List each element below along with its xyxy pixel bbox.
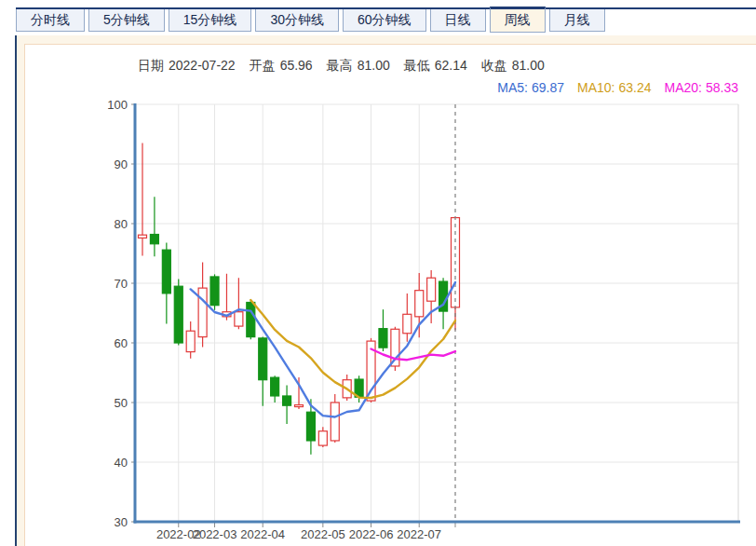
candle[interactable] — [294, 405, 303, 407]
candle[interactable] — [271, 377, 279, 396]
ma20-line — [371, 349, 456, 361]
candle[interactable] — [318, 431, 327, 445]
candle[interactable] — [150, 235, 158, 244]
candle[interactable] — [198, 288, 207, 336]
x-axis-label: 2022-03 — [193, 527, 237, 541]
candle[interactable] — [306, 412, 315, 441]
stock-chart-window: 分时线 5分钟线 15分钟线 30分钟线 60分钟线 日线 周线 月线 日期 2… — [0, 0, 756, 546]
x-axis-label: 2022-05 — [301, 527, 345, 541]
candle[interactable] — [174, 286, 182, 343]
candle[interactable] — [139, 235, 147, 238]
y-axis-label: 50 — [115, 396, 128, 410]
x-axis-label: 2022-07 — [397, 527, 441, 541]
y-axis-label: 90 — [115, 157, 128, 171]
candle[interactable] — [162, 250, 170, 293]
x-axis-label: 2022-06 — [349, 527, 394, 541]
candle[interactable] — [379, 329, 387, 348]
y-axis-label: 40 — [115, 456, 128, 470]
y-axis-label: 30 — [115, 515, 128, 529]
candle[interactable] — [331, 403, 339, 441]
candle[interactable] — [247, 302, 255, 336]
ma10-line — [250, 300, 455, 398]
y-axis-label: 100 — [107, 98, 128, 112]
x-axis-label: 2022-04 — [240, 527, 285, 541]
candle[interactable] — [283, 396, 291, 405]
y-axis-label: 80 — [115, 217, 128, 231]
candle[interactable] — [427, 278, 436, 301]
candle[interactable] — [186, 331, 195, 351]
candle[interactable] — [403, 314, 412, 333]
candle[interactable] — [235, 312, 243, 326]
candle[interactable] — [415, 291, 424, 317]
y-axis-label: 70 — [115, 277, 128, 291]
candle[interactable] — [210, 277, 219, 306]
candlestick-chart[interactable]: 304050607080901002022-022022-032022-0420… — [0, 0, 756, 546]
y-axis-label: 60 — [115, 336, 128, 350]
candle[interactable] — [259, 338, 267, 380]
